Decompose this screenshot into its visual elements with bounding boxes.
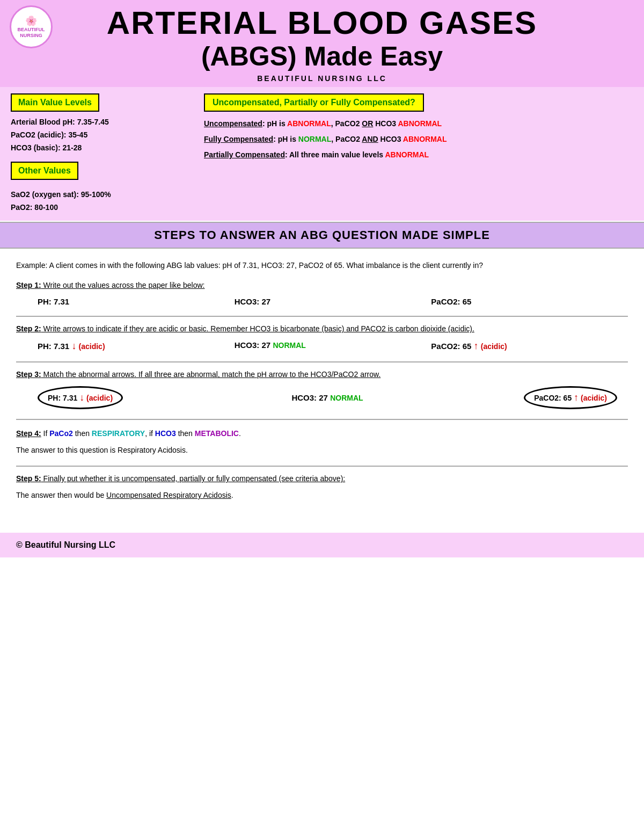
step3-paco2-up-icon: ↑ <box>574 392 579 403</box>
paco2-up-arrow-icon: ↑ <box>474 340 479 351</box>
divider4 <box>16 466 628 467</box>
step3-label: Step 3: Match the abnormal arrows. If al… <box>16 370 628 379</box>
title-abgs: (ABGS) <box>201 41 297 71</box>
paco2-acidic-label: (acidic) <box>481 342 507 351</box>
step1-ph: PH: 7.31 <box>38 297 235 306</box>
title-made-easy: Made Easy <box>297 41 443 71</box>
example-text: Example: A client comes in with the foll… <box>16 259 628 271</box>
hco3-normal-label: NORMAL <box>273 341 305 350</box>
step5-block: Step 5: Finally put whether it is uncomp… <box>16 474 628 501</box>
step2-label: Step 2: Write arrows to indicate if they… <box>16 324 628 333</box>
step1-hco3: HCO3: 27 <box>235 297 431 306</box>
step2-hco3: HCO3: 27 NORMAL <box>235 340 431 352</box>
step4-metabolic: METABOLIC <box>195 429 239 438</box>
ph-acidic-label: (acidic) <box>79 342 105 351</box>
step4-text-line1: Step 4: If PaCo2 then RESPIRATORY, if HC… <box>16 427 628 439</box>
step1-block: Step 1: Write out the values across the … <box>16 281 628 306</box>
steps-banner: STEPS TO ANSWER AN ABG QUESTION MADE SIM… <box>0 222 644 249</box>
header: 🌸 BEAUTIFUL NURSING ARTERIAL BLOOD GASES… <box>0 0 644 87</box>
logo: 🌸 BEAUTIFUL NURSING <box>10 5 53 48</box>
main-value-text: Arterial Blood pH: 7.35-7.45 PaCO2 (acid… <box>11 116 193 154</box>
title-line1: ARTERIAL BLOOD GASES <box>11 5 633 41</box>
step1-label: Step 1: Write out the values across the … <box>16 281 628 289</box>
right-column: Uncompensated, Partially or Fully Compen… <box>204 93 633 214</box>
step3-paco2: PaCO2: 65 ↑ (acidic) <box>424 386 628 409</box>
divider2 <box>16 361 628 362</box>
step3-values-row: PH: 7.31 ↓ (acidic) HCO3: 27 NORMAL PaCO… <box>38 386 628 409</box>
comp-line-fully: Fully Compensated: pH is NORMAL, PaCO2 A… <box>204 134 633 145</box>
main-values-section: Main Value Levels Arterial Blood pH: 7.3… <box>0 87 644 221</box>
brand-name: BEAUTIFUL NURSING LLC <box>11 74 633 83</box>
footer: © Beautiful Nursing LLC <box>0 533 644 557</box>
paco2-circled: PaCO2: 65 ↑ (acidic) <box>524 386 617 409</box>
divider1 <box>16 316 628 317</box>
step1-desc: Write out the values across the paper li… <box>41 281 205 289</box>
main-values-badge: Main Value Levels <box>11 93 99 112</box>
step4-respiratory: RESPIRATORY <box>92 429 145 438</box>
step5-final-answer: Uncompensated Respiratory Acidosis <box>106 491 231 499</box>
ph-down-arrow-icon: ↓ <box>71 340 76 351</box>
step2-values-row: PH: 7.31 ↓ (acidic) HCO3: 27 NORMAL PaCO… <box>38 340 628 352</box>
step3-paco2-acidic: (acidic) <box>581 394 607 402</box>
other-values-badge: Other Values <box>11 162 78 180</box>
step3-ph-down-icon: ↓ <box>79 392 84 403</box>
step1-values-row: PH: 7.31 HCO3: 27 PaCO2: 65 <box>38 297 628 306</box>
step1-paco2: PaCO2: 65 <box>431 297 628 306</box>
compensation-title: Uncompensated, Partially or Fully Compen… <box>204 93 424 112</box>
step4-block: Step 4: If PaCo2 then RESPIRATORY, if HC… <box>16 427 628 456</box>
step4-hco3: HCO3 <box>155 429 176 438</box>
ph-circled: PH: 7.31 ↓ (acidic) <box>38 386 123 409</box>
comp-line-partially: Partially Compensated: All three main va… <box>204 149 633 161</box>
logo-line2: NURSING <box>20 33 42 38</box>
step4-paco2: PaCo2 <box>49 429 73 438</box>
divider3 <box>16 419 628 420</box>
logo-flower-icon: 🌸 <box>25 15 37 27</box>
left-column: Main Value Levels Arterial Blood pH: 7.3… <box>11 93 193 214</box>
step3-ph: PH: 7.31 ↓ (acidic) <box>38 386 231 409</box>
step2-desc: Write arrows to indicate if they are aci… <box>41 324 474 333</box>
step3-hco3-normal: NORMAL <box>330 394 363 402</box>
step3-hco3: HCO3: 27 NORMAL <box>231 393 424 402</box>
other-values-text: SaO2 (oxygen sat): 95-100% PaO2: 80-100 <box>11 188 193 214</box>
step5-label: Step 5: Finally put whether it is uncomp… <box>16 474 628 483</box>
step3-block: Step 3: Match the abnormal arrows. If al… <box>16 370 628 409</box>
logo-line1: BEAUTIFUL <box>18 27 45 32</box>
step2-ph: PH: 7.31 ↓ (acidic) <box>38 340 235 352</box>
step5-answer: The answer then would be Uncompensated R… <box>16 489 628 501</box>
step4-answer: The answer to this question is Respirato… <box>16 444 628 456</box>
steps-content: Example: A client comes in with the foll… <box>0 249 644 522</box>
title-line2: (ABGS) Made Easy <box>11 41 633 72</box>
step5-desc: Finally put whether it is uncompensated,… <box>41 474 346 483</box>
step2-block: Step 2: Write arrows to indicate if they… <box>16 324 628 352</box>
step4-label: Step 4: <box>16 429 41 438</box>
comp-line-uncompensated: Uncompensated: pH is ABNORMAL, PaCO2 OR … <box>204 118 633 129</box>
footer-text: © Beautiful Nursing LLC <box>16 540 115 549</box>
step2-paco2: PaCO2: 65 ↑ (acidic) <box>431 340 628 352</box>
step3-desc: Match the abnormal arrows. If all three … <box>41 370 381 379</box>
step3-ph-acidic: (acidic) <box>86 394 113 402</box>
